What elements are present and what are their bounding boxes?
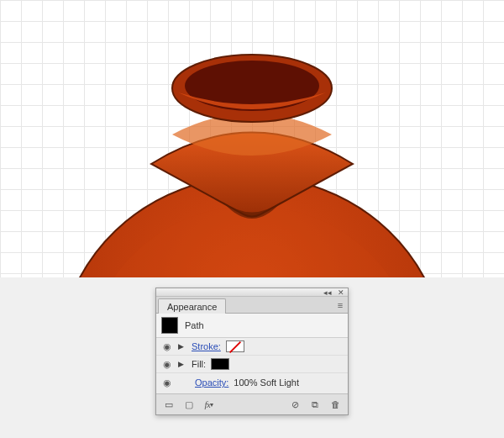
appearance-panel: ◂◂ ✕ Appearance ≡ Path ◉ ▶ Stroke: ◉ ▶ F… <box>155 288 349 415</box>
clear-appearance-button[interactable]: ⊘ <box>287 397 302 412</box>
svg-point-4 <box>185 61 319 111</box>
target-label: Path <box>185 320 204 330</box>
close-icon[interactable]: ✕ <box>336 289 346 296</box>
panel-footer: ▭ ▢ fx▾ ⊘ ⧉ 🗑 <box>156 393 348 414</box>
delete-item-button[interactable]: 🗑 <box>328 397 343 412</box>
disclosure-fill[interactable]: ▶ <box>178 360 186 368</box>
opacity-label[interactable]: Opacity: <box>195 377 228 388</box>
stroke-swatch[interactable] <box>226 340 244 352</box>
new-art-button[interactable]: ▭ <box>161 397 176 412</box>
add-effect-button[interactable]: fx▾ <box>202 397 217 412</box>
canvas-area <box>0 0 504 277</box>
tab-appearance[interactable]: Appearance <box>158 298 226 314</box>
fill-label: Fill: <box>192 359 206 369</box>
target-thumb[interactable] <box>161 317 178 334</box>
visibility-toggle-opacity[interactable]: ◉ <box>161 377 173 388</box>
opacity-value: 100% Soft Light <box>234 377 299 388</box>
disclosure-stroke[interactable]: ▶ <box>178 342 186 351</box>
stroke-row: ◉ ▶ Stroke: <box>156 338 348 356</box>
panel-menu-icon[interactable]: ≡ <box>333 298 348 313</box>
duplicate-item-button[interactable]: ⧉ <box>307 397 323 412</box>
visibility-toggle-stroke[interactable]: ◉ <box>161 340 173 352</box>
fill-row: ◉ ▶ Fill: <box>156 356 348 373</box>
panel-backdrop: ◂◂ ✕ Appearance ≡ Path ◉ ▶ Stroke: ◉ ▶ F… <box>0 277 504 438</box>
opacity-row: ◉ Opacity: 100% Soft Light <box>156 373 348 393</box>
stroke-label[interactable]: Stroke: <box>192 341 221 351</box>
collapse-icon[interactable]: ◂◂ <box>323 289 333 296</box>
visibility-toggle-fill[interactable]: ◉ <box>161 358 173 370</box>
panel-tabs: Appearance ≡ <box>156 297 348 314</box>
fill-swatch[interactable] <box>211 358 229 370</box>
target-row: Path <box>156 314 348 338</box>
add-stroke-button[interactable]: ▢ <box>181 397 197 412</box>
panel-titlebar: ◂◂ ✕ <box>156 288 348 297</box>
artwork-illustration <box>0 0 504 277</box>
